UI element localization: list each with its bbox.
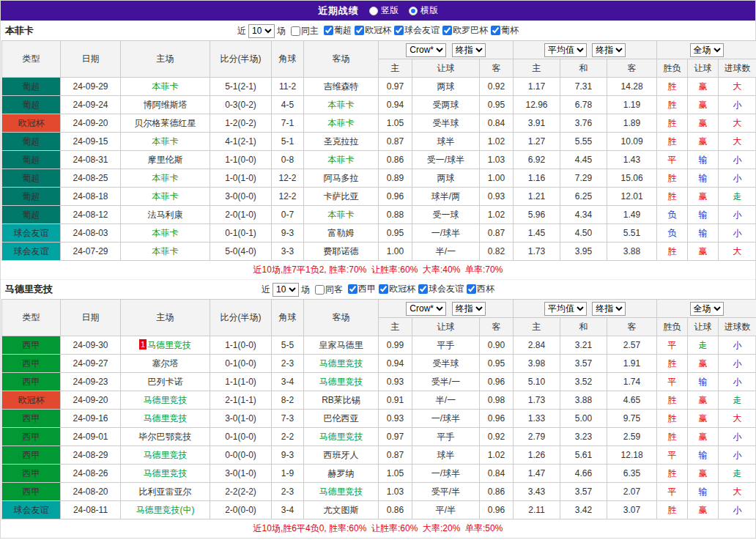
odds-source-select[interactable]: Crow*	[406, 302, 446, 316]
league-filter[interactable]: 葡杯	[491, 24, 519, 37]
average-select[interactable]: 平均值	[544, 302, 587, 316]
team-link[interactable]: 本菲卡	[328, 100, 355, 110]
away-team[interactable]: 巴伦西亚	[304, 410, 379, 428]
league-filter[interactable]: 欧罗巴杯	[442, 24, 488, 37]
home-team[interactable]: 马德里竞技	[121, 465, 210, 483]
horizontal-layout-radio[interactable]: 横版	[409, 4, 438, 17]
team-link[interactable]: 皇家马德里	[319, 340, 363, 350]
team-link[interactable]: 巴伦西亚	[324, 413, 359, 424]
same-venue-filter[interactable]: 同主	[291, 25, 319, 37]
home-team[interactable]: 马德里竞技	[121, 410, 210, 428]
league-checkbox[interactable]	[355, 26, 364, 35]
away-team[interactable]: 吉维森特	[304, 78, 379, 96]
team-link[interactable]: 吉维森特	[324, 81, 359, 92]
league-checkbox[interactable]	[491, 26, 500, 35]
home-team[interactable]: 本菲卡	[121, 224, 210, 243]
odds-source-select[interactable]: Crow*	[406, 43, 446, 57]
same-venue-checkbox[interactable]	[291, 26, 300, 36]
team-link[interactable]: 马德里竞技	[319, 487, 363, 497]
team-link[interactable]: 本菲卡	[328, 210, 355, 220]
team-link[interactable]: 本菲卡	[152, 173, 179, 183]
league-filter[interactable]: 欧冠杯	[355, 24, 391, 37]
team-link[interactable]: 比利亚雷亚尔	[139, 487, 192, 497]
away-team[interactable]: 马德里竞技	[304, 428, 379, 446]
home-team[interactable]: 毕尔巴鄂竞技	[121, 428, 210, 446]
same-venue-checkbox[interactable]	[315, 285, 325, 295]
team-link[interactable]: 马德里竞技	[319, 432, 363, 442]
vertical-layout-radio[interactable]: 竖版	[369, 4, 399, 17]
league-filter[interactable]: 球会友谊	[418, 283, 464, 295]
team-link[interactable]: 马德里竞技	[144, 395, 188, 405]
scope-select[interactable]: 全场	[690, 43, 724, 57]
league-filter[interactable]: 欧冠杯	[379, 283, 415, 295]
team-link[interactable]: 西班牙人	[324, 450, 359, 460]
team-link[interactable]: 本菲卡	[152, 81, 179, 92]
team-link[interactable]: 塞尔塔	[152, 358, 179, 369]
home-team[interactable]: 法马利康	[121, 206, 210, 224]
team-link[interactable]: 本菲卡	[328, 155, 355, 165]
team-link[interactable]: 贝尔格莱德红星	[135, 118, 196, 128]
league-checkbox[interactable]	[442, 26, 452, 35]
same-venue-filter[interactable]: 同客	[315, 284, 343, 296]
team-link[interactable]: 马德里竞技	[144, 413, 188, 424]
away-team[interactable]: 本菲卡	[304, 96, 379, 114]
league-checkbox[interactable]	[348, 284, 357, 294]
team-link[interactable]: 尤文图斯	[324, 505, 359, 515]
home-team[interactable]: 本菲卡	[121, 243, 210, 261]
away-team[interactable]: 皇家马德里	[304, 336, 379, 355]
team-link[interactable]: 巴列卡诺	[148, 377, 183, 387]
home-team[interactable]: 马德里竞技	[121, 446, 210, 465]
team-link[interactable]: 本菲卡	[328, 118, 355, 128]
away-team[interactable]: 本菲卡	[304, 206, 379, 224]
team-link[interactable]: 马德里竞技	[144, 468, 188, 478]
average-select[interactable]: 平均值	[544, 43, 587, 57]
away-team[interactable]: 圣克拉拉	[304, 133, 379, 151]
match-count-select[interactable]: 10	[273, 283, 299, 297]
odds-time-select[interactable]: 终指	[452, 302, 486, 316]
team-link[interactable]: 本菲卡	[152, 228, 179, 238]
scope-select[interactable]: 全场	[690, 302, 724, 316]
home-team[interactable]: 塞尔塔	[121, 355, 210, 373]
league-checkbox[interactable]	[324, 26, 333, 35]
home-team[interactable]: 贝尔格莱德红星	[121, 114, 210, 133]
away-team[interactable]: RB莱比锡	[304, 391, 379, 410]
odds-time-select[interactable]: 终指	[452, 43, 486, 57]
away-team[interactable]: 卡萨比亚	[304, 188, 379, 206]
average-time-select[interactable]: 终指	[592, 302, 626, 316]
away-team[interactable]: 马德里竞技	[304, 355, 379, 373]
home-team[interactable]: 博阿维斯塔	[121, 96, 210, 114]
home-team[interactable]: 比利亚雷亚尔	[121, 483, 210, 501]
league-filter[interactable]: 球会友谊	[394, 24, 440, 37]
league-checkbox[interactable]	[418, 284, 428, 294]
away-team[interactable]: 尤文图斯	[304, 501, 379, 519]
home-team[interactable]: 摩里伦斯	[121, 151, 210, 169]
match-count-select[interactable]: 10	[248, 24, 275, 38]
away-team[interactable]: 马德里竞技	[304, 373, 379, 391]
team-link[interactable]: 毕尔巴鄂竞技	[139, 432, 192, 442]
team-link[interactable]: 阿马多拉	[324, 173, 359, 183]
home-team[interactable]: 本菲卡	[121, 169, 210, 188]
average-time-select[interactable]: 终指	[592, 43, 626, 57]
team-link[interactable]: 本菲卡	[152, 191, 179, 201]
away-team[interactable]: 本菲卡	[304, 114, 379, 133]
league-checkbox[interactable]	[394, 26, 404, 35]
team-link[interactable]: 法马利康	[148, 210, 183, 220]
team-link[interactable]: 博阿维斯塔	[144, 100, 188, 110]
team-link[interactable]: 马德里竞技(中)	[136, 505, 195, 515]
league-checkbox[interactable]	[379, 284, 388, 294]
team-link[interactable]: 本菲卡	[152, 246, 179, 256]
league-checkbox[interactable]	[467, 284, 476, 294]
league-filter[interactable]: 葡超	[324, 24, 352, 37]
team-link[interactable]: 本菲卡	[152, 136, 179, 147]
team-link[interactable]: 马德里竞技	[319, 358, 363, 369]
away-team[interactable]: 富勒姆	[304, 224, 379, 243]
team-link[interactable]: 费耶诺德	[324, 246, 359, 256]
home-team[interactable]: 本菲卡	[121, 188, 210, 206]
team-link[interactable]: 摩里伦斯	[148, 155, 183, 165]
home-team[interactable]: 马德里竞技(中)	[121, 501, 210, 519]
away-team[interactable]: 马德里竞技	[304, 483, 379, 501]
team-link[interactable]: RB莱比锡	[322, 395, 360, 405]
away-team[interactable]: 费耶诺德	[304, 243, 379, 261]
team-link[interactable]: 卡萨比亚	[324, 191, 359, 201]
team-link[interactable]: 马德里竞技	[144, 450, 188, 460]
